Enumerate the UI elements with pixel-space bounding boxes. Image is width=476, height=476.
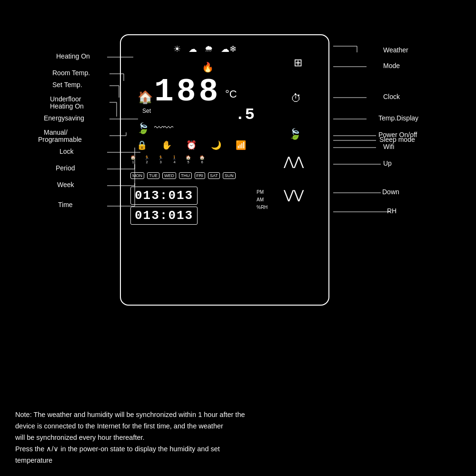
rh-label: %RH [257, 204, 268, 211]
set-label: Set [142, 108, 151, 114]
day-tue: TUE [147, 172, 159, 179]
cloud-rain-icon: 🌧 [205, 44, 213, 54]
manual-label: Manual/ [44, 129, 68, 136]
up-label: Up [383, 159, 392, 167]
day-thu: THU [179, 172, 192, 179]
cloud-icon: ☁ [188, 44, 197, 54]
heating-on2-label: Heating On [50, 102, 84, 110]
main-temp-display: 188 [154, 73, 221, 110]
clock-small-icon: ⏰ [186, 140, 197, 150]
time-upper: 013:013 [130, 187, 198, 205]
down-arrow-icon[interactable]: ⋁⋁ [284, 188, 304, 201]
period-3: 🏃3 [158, 155, 163, 164]
programmable-label: Programmable [38, 136, 82, 143]
hand-icon: ✋ [161, 140, 172, 150]
day-sat: SAT [208, 172, 220, 179]
period-1: 🏠1 [130, 155, 136, 164]
note-line2: device is connected to the Internet for … [15, 421, 461, 432]
day-mon: MON [130, 172, 144, 179]
week-label: Week [57, 181, 74, 188]
room-temp-label: Room Temp. [52, 69, 90, 77]
period-6: 🏠6 [199, 155, 205, 164]
period-label: Period [56, 164, 75, 172]
note-line5: temperature [15, 455, 461, 466]
sub-temp-display: .5 [235, 106, 255, 124]
sleep-mode-label: Sleep mode [379, 136, 415, 143]
down-label: Down [382, 188, 399, 196]
underfloor-label: Underfloor [50, 95, 81, 103]
leaf-energy-icon: 🍃 [137, 122, 149, 135]
clock-label: Clock [383, 93, 400, 100]
mode-label: Mode [383, 62, 400, 69]
clock-icon: ⏱ [291, 92, 301, 105]
cloud-snow-icon: ☁❄ [221, 44, 237, 54]
lock-icon: 🔒 [137, 140, 147, 150]
house-set-icon: 🏠 [138, 90, 153, 105]
am-label: AM [257, 196, 268, 204]
pm-label: PM [257, 188, 268, 196]
sun-icon: ☀ [173, 44, 181, 54]
period-4: 🚶4 [172, 155, 177, 164]
leaf-right-icon: 🍃 [288, 128, 301, 140]
wifi-icon: 📶 [236, 140, 246, 150]
lock-label: Lock [60, 148, 74, 155]
underfloor-icon: 〰〰 [154, 122, 173, 133]
mode-grid-icon: ⊞ [294, 57, 302, 69]
rh-right-label: RH [387, 207, 397, 215]
moon-icon: 🌙 [211, 140, 221, 150]
set-temp-label: Set Temp. [52, 81, 82, 89]
day-sun: SUN [223, 172, 236, 179]
note-line4: Press the ∧/∨ in the power-on state to d… [15, 444, 461, 455]
note-line1: Note: The weather and humidity will be s… [15, 409, 461, 421]
weather-label: Weather [383, 46, 408, 54]
period-5: 🏠5 [186, 155, 191, 164]
wifi-label: Wifi [383, 143, 394, 150]
temp-unit: °C [225, 88, 237, 100]
time-label: Time [58, 201, 73, 208]
day-fri: FRI [195, 172, 206, 179]
flame-icon: 🔥 [202, 61, 214, 73]
day-wed: WED [162, 172, 176, 179]
energysaving-label: Energysaving [44, 114, 84, 122]
up-arrow-icon[interactable]: ⋀⋀ [284, 155, 304, 168]
note-section: Note: The weather and humidity will be s… [15, 409, 461, 466]
note-line3: will be synchronized every hour thereaft… [15, 432, 461, 444]
heating-on-label: Heating On [56, 52, 90, 60]
time-lower: 013:013 [130, 207, 198, 225]
temp-display-label: Temp.Display [378, 114, 418, 122]
period-2: 🏃2 [144, 155, 149, 164]
